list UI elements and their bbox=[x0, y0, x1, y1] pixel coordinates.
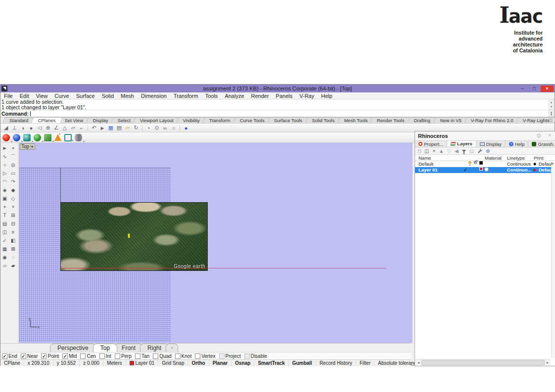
rotate-view-icon[interactable]: ↻ bbox=[133, 125, 139, 131]
hide-tool-icon[interactable]: ◌ bbox=[9, 254, 17, 261]
panel-tab-grasshopper[interactable]: Grassh... bbox=[528, 141, 555, 147]
gumball-tool-icon[interactable]: ▰ bbox=[9, 262, 17, 269]
toggle-osnap[interactable]: Osnap bbox=[231, 360, 254, 366]
new-sublayer-icon[interactable]: ◫ bbox=[424, 148, 429, 154]
curve-tool-icon[interactable]: ∿ bbox=[0, 153, 9, 160]
fillet-tool-icon[interactable]: ⊟ bbox=[9, 220, 17, 227]
cplane-rotate-icon[interactable]: ⊕ bbox=[45, 125, 51, 131]
toolbar-tab-mesh-tools[interactable]: Mesh Tools bbox=[337, 117, 375, 123]
status-units[interactable]: Meters bbox=[103, 360, 126, 366]
panel-tab-display[interactable]: Display bbox=[476, 141, 506, 147]
scrollbar-thumb[interactable] bbox=[421, 360, 545, 365]
layer-linetype[interactable]: Continuous bbox=[507, 161, 531, 167]
mesh-tool-icon[interactable]: ▦ bbox=[0, 246, 9, 252]
panel-tab-properties[interactable]: Propert... bbox=[415, 141, 447, 147]
ellipse-tool-icon[interactable]: ◎ bbox=[9, 162, 17, 168]
menu-solid[interactable]: Solid bbox=[98, 93, 117, 99]
red-curve-extension[interactable] bbox=[208, 268, 386, 268]
toolbar-tab-standard[interactable]: Standard bbox=[2, 117, 35, 123]
toggle-smarttrack[interactable]: SmartTrack bbox=[254, 360, 288, 366]
cplane-surface-icon[interactable]: ▱ bbox=[70, 125, 77, 131]
tools-wrench-icon[interactable] bbox=[477, 148, 482, 153]
viewport-tab-front[interactable]: Front bbox=[114, 344, 143, 352]
command-history-scrollbar[interactable]: ▲▼ bbox=[549, 100, 554, 110]
panel-horizontal-scrollbar[interactable]: ◂ ▸ bbox=[416, 359, 551, 365]
block-tool-icon[interactable]: ◫ bbox=[0, 229, 9, 235]
new-layer-icon[interactable]: □ bbox=[418, 148, 421, 154]
osnap-point[interactable]: ✓Point bbox=[41, 353, 59, 359]
cplane-previous-icon[interactable]: ◁ bbox=[36, 125, 43, 131]
column-material[interactable]: Material bbox=[485, 155, 502, 161]
analyze-check-icon[interactable]: ✓ bbox=[0, 237, 9, 244]
viewport-title-chip[interactable]: Top ▾ bbox=[20, 143, 35, 150]
layer-row-default[interactable]: Default Continuous ◆ Default bbox=[415, 161, 555, 167]
layer-properties-icon[interactable]: ▤ bbox=[469, 148, 474, 154]
toolbar-tab-transform[interactable]: Transform bbox=[203, 117, 238, 123]
menu-transform[interactable]: Transform bbox=[170, 93, 202, 99]
checkbox[interactable] bbox=[244, 353, 250, 359]
toolbar-tab-solid-tools[interactable]: Solid Tools bbox=[305, 117, 342, 123]
layer-linetype[interactable]: Continuo... bbox=[507, 167, 532, 173]
surface-tool-icon[interactable]: ◈ bbox=[0, 187, 9, 193]
osnap-tan[interactable]: Tan bbox=[135, 353, 149, 359]
osnap-quad[interactable]: Quad bbox=[153, 353, 171, 359]
layer-color-swatch[interactable] bbox=[479, 161, 483, 165]
back-icon[interactable]: ◀ bbox=[455, 148, 459, 154]
menu-analyze[interactable]: Analyze bbox=[221, 93, 247, 99]
menu-mesh[interactable]: Mesh bbox=[117, 93, 138, 99]
status-current-layer[interactable]: Layer 01 bbox=[126, 360, 159, 366]
dimension-tool-icon[interactable]: ≡ bbox=[9, 229, 17, 235]
minimize-icon[interactable]: – bbox=[517, 86, 528, 92]
layer-name[interactable]: Default bbox=[418, 161, 433, 167]
plane-tool-icon[interactable]: ▱ bbox=[0, 262, 9, 269]
cplane-zaxis-icon[interactable]: ⊥ bbox=[11, 125, 18, 131]
open-folder-icon[interactable]: ▱ bbox=[124, 125, 131, 131]
render-tool-icon[interactable]: ◉ bbox=[0, 254, 9, 261]
zoom-extents-icon[interactable]: ⊙ bbox=[153, 125, 160, 131]
toggle-record-history[interactable]: Record History bbox=[316, 360, 356, 366]
panel-tab-help[interactable]: ?Help bbox=[506, 141, 529, 147]
panel-gear-icon[interactable]: ⊙ bbox=[537, 132, 541, 139]
vray-frame-buffer-icon[interactable] bbox=[34, 134, 41, 141]
osnap-mid[interactable]: ✓Mid bbox=[62, 353, 77, 359]
menu-panels[interactable]: Panels bbox=[273, 93, 296, 99]
point-tool-icon[interactable]: ⌖ bbox=[9, 145, 17, 151]
boolean-difference-icon[interactable]: × bbox=[9, 204, 17, 210]
aerial-image[interactable]: Google earth bbox=[60, 202, 208, 271]
pan-view-icon[interactable]: ◔ bbox=[145, 125, 152, 131]
panel-vertical-scrollbar[interactable] bbox=[551, 165, 555, 358]
checkbox[interactable] bbox=[219, 353, 225, 359]
cplane-object-icon[interactable]: ◑ bbox=[19, 125, 26, 131]
checkbox[interactable] bbox=[175, 353, 181, 359]
checkbox[interactable] bbox=[153, 353, 158, 359]
layer-material-icon[interactable] bbox=[484, 167, 489, 172]
panel-tab-layers[interactable]: Layers bbox=[447, 141, 476, 147]
checkbox[interactable]: ✓ bbox=[41, 353, 46, 359]
move-layer-up-icon[interactable]: ▲ bbox=[439, 148, 444, 154]
red-curve-on-image[interactable] bbox=[61, 268, 207, 268]
tab-options-gear-icon[interactable]: ⊙ bbox=[549, 118, 553, 123]
osnap-project[interactable]: Project bbox=[219, 353, 241, 359]
vray-render-icon[interactable] bbox=[2, 134, 10, 141]
menu-vray[interactable]: V-Ray bbox=[296, 93, 318, 99]
command-line[interactable]: Command: ▲▼ bbox=[0, 110, 555, 117]
checkbox[interactable] bbox=[115, 353, 120, 359]
toolbar-tab-cplanes[interactable]: CPlanes bbox=[31, 117, 63, 123]
checkbox[interactable]: ✓ bbox=[21, 353, 26, 359]
select-tool-icon[interactable]: ► bbox=[0, 145, 9, 151]
helix-tool-icon[interactable]: ↷ bbox=[9, 178, 17, 185]
checkbox[interactable]: ✓ bbox=[62, 353, 68, 359]
scroll-left-icon[interactable]: ◂ bbox=[416, 360, 421, 365]
menu-render[interactable]: Render bbox=[248, 93, 273, 99]
viewport-dropdown-icon[interactable]: ▾ bbox=[30, 145, 34, 149]
viewport-tab-perspective[interactable]: Perspective bbox=[50, 344, 96, 352]
vray-dome-light-icon[interactable] bbox=[75, 134, 82, 141]
layer-color-swatch[interactable] bbox=[479, 167, 483, 171]
command-spinner[interactable]: ▲▼ bbox=[549, 111, 554, 117]
menu-edit[interactable]: Edit bbox=[16, 93, 33, 99]
boolean-union-icon[interactable]: + bbox=[0, 204, 9, 210]
checkbox[interactable] bbox=[195, 353, 200, 359]
toolbar-tab-surface-tools[interactable]: Surface Tools bbox=[267, 117, 309, 123]
osnap-perp[interactable]: Perp bbox=[115, 353, 132, 359]
panel-close-icon[interactable]: × bbox=[548, 132, 551, 138]
